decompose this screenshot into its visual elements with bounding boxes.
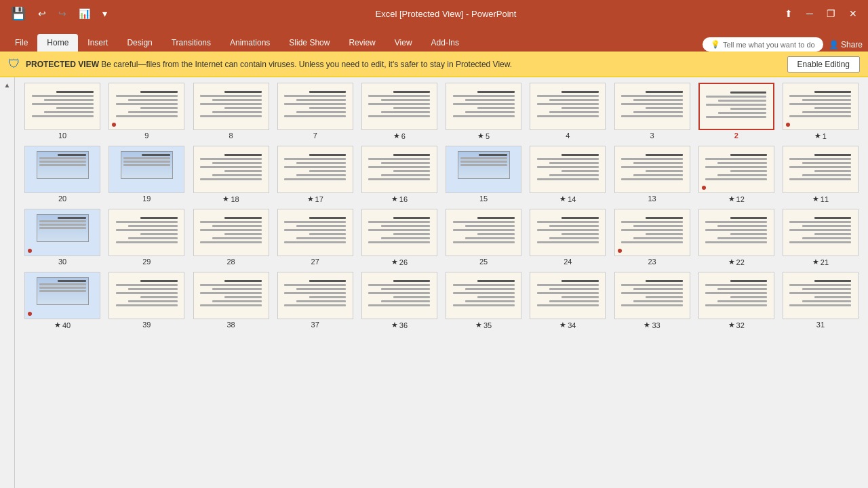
slide-item-27[interactable]: 27: [276, 209, 355, 266]
slide-item-39[interactable]: 39: [107, 272, 186, 329]
slide-item-17[interactable]: ★17: [276, 146, 355, 203]
slide-thumbnail-32: [698, 272, 774, 319]
help-button[interactable]: ⬆: [779, 5, 798, 22]
slide-item-23[interactable]: 23: [612, 209, 691, 266]
scroll-up-arrow[interactable]: ▲: [3, 80, 12, 90]
tab-transitions[interactable]: Transitions: [162, 34, 220, 52]
slide-item-1[interactable]: ★1: [781, 83, 860, 140]
undo-button[interactable]: ↩: [33, 5, 52, 22]
slide-item-14[interactable]: ★14: [528, 146, 607, 203]
slide-label-4: 4: [566, 131, 570, 140]
slide-item-15[interactable]: 15: [444, 146, 523, 203]
slide-label-20: 20: [58, 195, 66, 203]
slide-item-40[interactable]: ★40: [23, 272, 102, 329]
slide-label-17: ★17: [307, 195, 323, 203]
slide-item-28[interactable]: 28: [191, 209, 270, 266]
slide-label-15: 15: [479, 195, 488, 203]
slide-star-icon-40: ★: [54, 321, 61, 329]
slide-item-18[interactable]: ★18: [191, 146, 270, 203]
slide-thumbnail-39: [108, 272, 184, 319]
slide-label-3: 3: [650, 131, 654, 140]
slide-number-37: 37: [311, 321, 319, 329]
slide-item-32[interactable]: ★32: [697, 272, 776, 329]
slide-number-11: 11: [821, 195, 829, 203]
slide-item-36[interactable]: ★36: [360, 272, 439, 329]
slides-area[interactable]: ★1234★5★678910★11★1213★1415★16★17★181920…: [15, 77, 868, 488]
slide-item-26[interactable]: ★26: [360, 209, 439, 266]
slide-item-25[interactable]: 25: [444, 209, 523, 266]
slide-number-27: 27: [311, 258, 319, 266]
slide-label-21: ★21: [812, 258, 829, 266]
main-area: ▲ ★1234★5★678910★11★1213★1415★16★17★1819…: [0, 77, 868, 488]
slide-star-icon-36: ★: [391, 321, 398, 329]
slide-item-21[interactable]: ★21: [781, 209, 860, 266]
slide-item-22[interactable]: ★22: [697, 209, 776, 266]
slide-item-12[interactable]: ★12: [697, 146, 776, 203]
slide-label-33: ★33: [644, 321, 660, 329]
tab-animations[interactable]: Animations: [220, 34, 279, 52]
redo-button[interactable]: ↪: [53, 5, 72, 22]
slide-item-35[interactable]: ★35: [444, 272, 523, 329]
tab-design[interactable]: Design: [117, 34, 161, 52]
slide-item-5[interactable]: ★5: [444, 83, 523, 140]
slide-thumbnail-4: [530, 83, 606, 130]
slide-item-31[interactable]: 31: [781, 272, 860, 329]
slide-item-2[interactable]: 2: [697, 83, 776, 140]
slide-thumbnail-5: [446, 83, 521, 130]
minimize-button[interactable]: ─: [801, 5, 818, 22]
slide-number-25: 25: [479, 258, 488, 266]
share-button[interactable]: 👤 Share: [829, 40, 863, 49]
close-button[interactable]: ✕: [844, 5, 863, 22]
slide-item-34[interactable]: ★34: [528, 272, 607, 329]
slide-item-3[interactable]: 3: [612, 83, 691, 140]
slide-item-4[interactable]: 4: [528, 83, 607, 140]
slide-item-7[interactable]: 7: [276, 83, 355, 140]
slides-grid: ★1234★5★678910★11★1213★1415★16★17★181920…: [23, 83, 860, 329]
slide-thumbnail-8: [193, 83, 269, 130]
left-panel: ▲: [0, 77, 15, 488]
slide-label-27: 27: [311, 258, 319, 266]
window-title: Excel [Protected View] - PowerPoint: [113, 9, 779, 19]
slide-thumbnail-14: [530, 146, 606, 193]
tab-slideshow[interactable]: Slide Show: [279, 34, 339, 52]
slide-item-16[interactable]: ★16: [360, 146, 439, 203]
save-button[interactable]: 💾: [5, 3, 31, 24]
slide-item-13[interactable]: 13: [612, 146, 691, 203]
slide-star-icon-12: ★: [728, 195, 735, 203]
slide-item-37[interactable]: 37: [276, 272, 355, 329]
slide-thumbnail-9: [108, 83, 184, 130]
slide-star-icon-33: ★: [644, 321, 650, 329]
slide-item-38[interactable]: 38: [191, 272, 270, 329]
tell-me-box[interactable]: 💡 Tell me what you want to do: [703, 37, 823, 52]
slide-item-6[interactable]: ★6: [360, 83, 439, 140]
slide-star-icon-14: ★: [559, 195, 566, 203]
slide-item-30[interactable]: 30: [23, 209, 102, 266]
slide-item-11[interactable]: ★11: [781, 146, 860, 203]
customize-button[interactable]: ▾: [97, 5, 113, 22]
tab-file[interactable]: File: [5, 34, 37, 52]
slide-item-10[interactable]: 10: [23, 83, 102, 140]
slide-item-19[interactable]: 19: [107, 146, 186, 203]
restore-button[interactable]: ❐: [821, 5, 841, 22]
slide-thumbnail-19: [108, 146, 184, 193]
tab-home[interactable]: Home: [37, 34, 78, 52]
slide-item-24[interactable]: 24: [528, 209, 607, 266]
slide-number-36: 36: [399, 321, 408, 329]
tab-review[interactable]: Review: [339, 34, 384, 52]
tab-addins[interactable]: Add-Ins: [422, 34, 469, 52]
slide-item-29[interactable]: 29: [107, 209, 186, 266]
slide-label-31: 31: [816, 321, 825, 329]
slide-item-8[interactable]: 8: [191, 83, 270, 140]
slide-star-icon-6: ★: [393, 131, 400, 140]
enable-editing-button[interactable]: Enable Editing: [787, 56, 860, 73]
protected-view-bar: 🛡 PROTECTED VIEW Be careful—files from t…: [0, 52, 868, 77]
slide-thumbnail-30: [24, 209, 100, 256]
tab-view[interactable]: View: [385, 34, 422, 52]
slide-number-24: 24: [564, 258, 572, 266]
slide-item-20[interactable]: 20: [23, 146, 102, 203]
slide-item-33[interactable]: ★33: [612, 272, 691, 329]
slide-star-icon-21: ★: [812, 258, 819, 266]
present-button[interactable]: 📊: [73, 5, 96, 22]
slide-item-9[interactable]: 9: [107, 83, 186, 140]
tab-insert[interactable]: Insert: [78, 34, 117, 52]
